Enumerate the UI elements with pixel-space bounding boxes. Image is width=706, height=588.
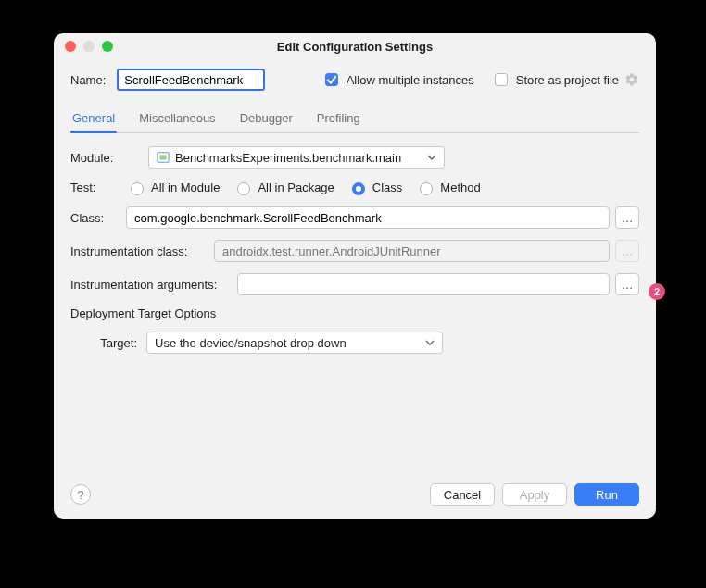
class-browse-button[interactable]: … (615, 206, 639, 229)
name-input[interactable] (117, 69, 265, 91)
instrumentation-class-label: Instrumentation class: (70, 244, 214, 258)
store-project-checkbox[interactable] (495, 73, 508, 86)
notification-badge[interactable]: 2 (649, 283, 665, 300)
tab-debugger[interactable]: Debugger (238, 106, 295, 132)
content-area: Name: Allow multiple instances Store as … (54, 59, 656, 519)
footer-buttons: Cancel Apply Run (430, 483, 639, 506)
tab-miscellaneous[interactable]: Miscellaneous (137, 106, 217, 132)
allow-multiple-checkbox[interactable] (325, 73, 338, 86)
radio-class[interactable] (352, 182, 365, 195)
instrumentation-args-label: Instrumentation arguments: (70, 278, 237, 292)
module-value: BenchmarksExperiments.benchmark.main (175, 151, 401, 165)
radio-method-label: Method (440, 181, 480, 194)
module-icon (157, 151, 170, 164)
tabs: General Miscellaneous Debugger Profiling (70, 106, 639, 133)
test-radio-group: All in Module All in Package Class Metho… (126, 180, 481, 195)
chevron-down-icon (425, 336, 435, 350)
instrumentation-args-row: Instrumentation arguments: … (70, 273, 639, 295)
target-select[interactable]: Use the device/snapshot drop down (146, 332, 443, 354)
apply-button: Apply (502, 483, 567, 506)
run-button[interactable]: Run (574, 483, 639, 506)
dialog-window: Edit Configuration Settings Name: Allow … (54, 33, 656, 519)
tab-profiling[interactable]: Profiling (315, 106, 362, 132)
footer: ? Cancel Apply Run (70, 474, 639, 519)
store-project-label: Store as project file (516, 73, 619, 87)
cancel-button[interactable]: Cancel (430, 483, 495, 506)
target-row: Target: Use the device/snapshot drop dow… (70, 332, 639, 354)
instrumentation-args-browse-button[interactable]: … (615, 273, 639, 295)
tab-general[interactable]: General (70, 106, 117, 132)
gear-icon[interactable] (624, 72, 639, 87)
close-icon[interactable] (65, 41, 76, 52)
instrumentation-class-browse-button: … (615, 240, 639, 262)
name-row: Name: Allow multiple instances Store as … (70, 69, 639, 91)
radio-all-module-label: All in Module (151, 181, 220, 194)
minimize-icon (83, 41, 95, 52)
module-row: Module: BenchmarksExperiments.benchmark.… (70, 146, 639, 169)
class-input[interactable] (126, 206, 610, 229)
radio-all-module[interactable] (131, 182, 144, 195)
radio-all-package[interactable] (237, 182, 250, 195)
target-value: Use the device/snapshot drop down (155, 336, 347, 350)
module-label: Module: (70, 151, 126, 165)
test-label: Test: (70, 181, 126, 194)
store-project-row: Store as project file (491, 70, 639, 89)
chevron-down-icon (427, 151, 436, 165)
class-label: Class: (70, 211, 126, 225)
form-area: Module: BenchmarksExperiments.benchmark.… (70, 133, 639, 365)
svg-rect-1 (160, 155, 167, 159)
class-row: Class: … (70, 206, 639, 229)
test-row: Test: All in Module All in Package Class… (70, 180, 639, 195)
titlebar: Edit Configuration Settings (54, 33, 656, 59)
radio-all-package-label: All in Package (258, 181, 334, 194)
instrumentation-args-input[interactable] (237, 273, 610, 295)
radio-class-label: Class (372, 181, 403, 194)
name-label: Name: (70, 73, 106, 87)
deployment-section-title: Deployment Target Options (70, 307, 639, 320)
allow-multiple-label: Allow multiple instances (347, 73, 474, 87)
window-controls (65, 41, 113, 52)
radio-method[interactable] (420, 182, 433, 195)
maximize-icon[interactable] (102, 41, 113, 52)
allow-multiple-row: Allow multiple instances (321, 70, 474, 89)
window-title: Edit Configuration Settings (277, 40, 433, 54)
help-button[interactable]: ? (70, 484, 91, 505)
instrumentation-class-input (214, 240, 610, 262)
module-select[interactable]: BenchmarksExperiments.benchmark.main (148, 146, 445, 169)
instrumentation-class-row: Instrumentation class: … (70, 240, 639, 262)
target-label: Target: (70, 336, 146, 350)
